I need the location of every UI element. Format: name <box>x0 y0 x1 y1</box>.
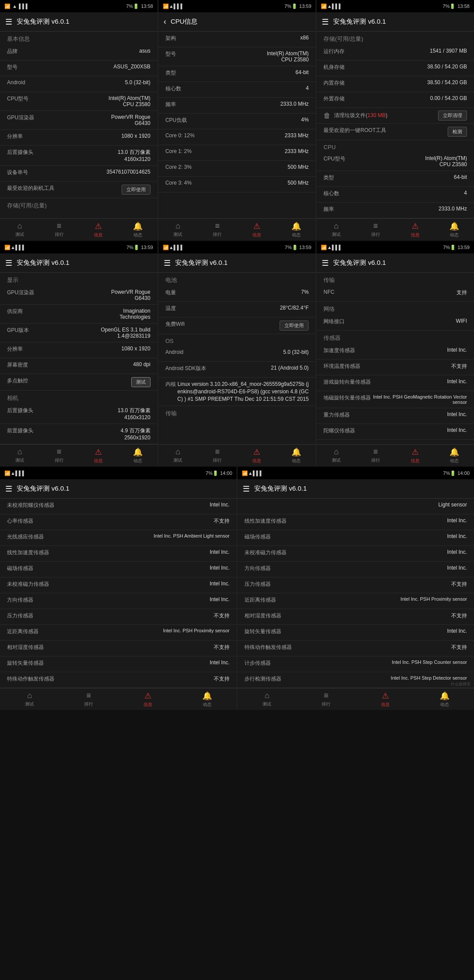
battery-3: 7%🔋 <box>443 4 456 9</box>
nav-rank-6[interactable]: ≡ 排行 <box>356 447 395 463</box>
nav-test-5[interactable]: ⌂ 测试 <box>158 447 198 463</box>
menu-icon-6[interactable]: ☰ <box>322 258 329 268</box>
signal-bars: ▌▌▌ <box>19 4 29 9</box>
menu-icon-3[interactable]: ☰ <box>322 17 329 27</box>
bottom-nav-2: ⌂ 测试 ≡ 排行 ⚠ 信息 🔔 动态 <box>158 218 316 240</box>
nav-dynamic-5[interactable]: 🔔 动态 <box>276 447 316 464</box>
row-gravity: 重力传感器 Intel Inc. <box>316 408 474 424</box>
bell-icon-6: 🔔 <box>449 447 459 457</box>
nav-info-5[interactable]: ⚠ 信息 <box>237 447 276 464</box>
nav-info-3[interactable]: ⚠ 信息 <box>395 221 435 238</box>
bell-icon-3: 🔔 <box>449 221 459 231</box>
row-env-temp: 环境温度传感器 不支持 <box>316 360 474 375</box>
bell-icon-1: 🔔 <box>133 221 143 231</box>
nav-test-3[interactable]: ⌂ 测试 <box>316 221 356 238</box>
app-title-6: 安兔兔评测 v6.0.1 <box>333 259 386 267</box>
row-network-interface: 网络接口 WIFI <box>316 315 474 331</box>
bottom-nav-5: ⌂ 测试 ≡ 排行 ⚠ 信息 🔔 动态 <box>158 444 316 466</box>
nav-rank-3[interactable]: ≡ 排行 <box>356 221 395 238</box>
nav-dynamic-1[interactable]: 🔔 动态 <box>118 221 158 238</box>
row-internal-storage: 机身存储 38.50 / 54.20 GB <box>316 61 474 76</box>
nav-rank-4[interactable]: ≡ 排行 <box>40 447 79 463</box>
nav-rank-5[interactable]: ≡ 排行 <box>198 447 237 463</box>
clean-button[interactable]: 立即清理 <box>438 110 467 121</box>
nav-test-6[interactable]: ⌂ 测试 <box>316 447 356 463</box>
nav-info-8[interactable]: ⚠ 信息 <box>356 691 415 708</box>
row-flash-tool: 最受欢迎的刷机工具 立即使用 <box>0 182 158 198</box>
row-android: Android 5.0 (32-bit) <box>0 76 158 92</box>
nav-info-7[interactable]: ⚠ 信息 <box>118 691 178 708</box>
row-dpi-4: 屏幕密度 480 dpi <box>0 358 158 374</box>
row-cores: 核心数 4 <box>158 82 316 98</box>
wifi-button[interactable]: 立即使用 <box>280 321 309 331</box>
row-pressure: 压力传感器 不支持 <box>0 609 237 625</box>
multitouch-test-button[interactable]: 测试 <box>131 377 151 387</box>
bell-icon-7: 🔔 <box>202 691 212 701</box>
menu-icon-5[interactable]: ☰ <box>164 258 171 268</box>
row-mag-field-8: 磁场传感器 Intel Inc. <box>237 530 474 546</box>
row-cpu-freq-3: 频率 2333.0 MHz <box>316 203 474 218</box>
row-linear-accel-8: 线性加速度传感器 Intel Inc. <box>237 514 474 530</box>
row-gpu-ver-4: GPU版本 OpenGL ES 3.1 build1.4@3283119 <box>0 324 158 342</box>
nav-dynamic-8[interactable]: 🔔 动态 <box>415 691 474 708</box>
nav-test-4[interactable]: ⌂ 测试 <box>0 447 40 463</box>
nav-dynamic-7[interactable]: 🔔 动态 <box>177 691 237 708</box>
nav-rank-7[interactable]: ≡ 排行 <box>59 691 118 707</box>
battery-2: 7%🔋 <box>284 4 298 9</box>
app-header-6: ☰ 安兔兔评测 v6.0.1 <box>316 253 474 273</box>
wifi-icon: ▲ <box>12 4 17 9</box>
row-proximity-8: 近距离传感器 Intel Inc. PSH Proximity sensor <box>237 593 474 609</box>
row-accel: 加速度传感器 Intel Inc. <box>316 344 474 360</box>
row-resolution: 分辨率 1080 x 1920 <box>0 130 158 146</box>
nav-rank-8[interactable]: ≡ 排行 <box>297 691 356 707</box>
nav-test-7[interactable]: ⌂ 测试 <box>0 691 59 707</box>
back-button[interactable]: ‹ <box>164 17 166 26</box>
signal-icon-3: 📶▲▌▌▌ <box>321 4 342 9</box>
flash-tool-button[interactable]: 立即使用 <box>122 185 151 195</box>
menu-icon-8[interactable]: ☰ <box>243 484 250 494</box>
nav-dynamic-3[interactable]: 🔔 动态 <box>434 221 474 238</box>
menu-icon-1[interactable]: ☰ <box>5 17 12 27</box>
row-pressure-8: 压力传感器 不支持 <box>237 577 474 593</box>
app-title-3: 安兔兔评测 v6.0.1 <box>333 18 386 26</box>
nav-test-2[interactable]: ⌂ 测试 <box>158 221 198 238</box>
nav-rank-1[interactable]: ≡ 排行 <box>40 221 79 238</box>
nav-info-2[interactable]: ⚠ 信息 <box>237 221 276 238</box>
row-special-trigger: 特殊动作触发传感器 不支持 <box>0 672 237 688</box>
nav-rank-2[interactable]: ≡ 排行 <box>198 221 237 238</box>
app-header-5: ☰ 安兔兔评测 v6.0.1 <box>158 253 316 273</box>
row-cpu-type: 类型 64-bit <box>158 66 316 82</box>
nav-info-4[interactable]: ⚠ 信息 <box>79 447 118 464</box>
nav-info-6[interactable]: ⚠ 信息 <box>395 447 435 464</box>
row-rotation-vec: 旋转矢量传感器 Intel Inc. <box>0 656 237 672</box>
nav-dynamic-4[interactable]: 🔔 动态 <box>118 447 158 464</box>
rank-icon-7: ≡ <box>86 691 91 700</box>
menu-icon-4[interactable]: ☰ <box>5 258 12 268</box>
nav-test-1[interactable]: ⌂ 测试 <box>0 221 40 238</box>
time-3: 13:58 <box>457 4 470 9</box>
trash-icon: 🗑 <box>323 112 330 120</box>
nav-test-8[interactable]: ⌂ 测试 <box>237 691 297 707</box>
home-icon-8: ⌂ <box>265 691 269 700</box>
bottom-nav-4: ⌂ 测试 ≡ 排行 ⚠ 信息 🔔 动态 <box>0 444 158 466</box>
panel-display: 📶▲▌▌▌ 7%🔋 13:59 ☰ 安兔兔评测 v6.0.1 显示 GPU渲染器… <box>0 241 158 466</box>
root-button[interactable]: 检测 <box>448 127 467 137</box>
nav-info-1[interactable]: ⚠ 信息 <box>79 221 118 238</box>
info-icon-6: ⚠ <box>412 447 419 457</box>
home-icon-4: ⌂ <box>17 447 22 456</box>
app-title-7: 安兔兔评测 v6.0.1 <box>17 485 69 493</box>
row-temperature: 温度 28°C/82.4°F <box>158 302 316 317</box>
nav-dynamic-2[interactable]: 🔔 动态 <box>276 221 316 238</box>
section-storage: 存储(可用/总量) <box>0 198 158 211</box>
section-transfer-6: 传输 <box>316 273 474 286</box>
row-cpu-type-3: 类型 64-bit <box>316 171 474 187</box>
row-game-rotate: 游戏旋转向量传感器 Intel Inc. <box>316 375 474 391</box>
row-resolution-4: 分辨率 1080 x 1920 <box>0 342 158 358</box>
row-wifi: 免费Wifi 立即使用 <box>158 317 316 334</box>
cpu-page-title: CPU信息 <box>171 18 198 26</box>
nav-dynamic-6[interactable]: 🔔 动态 <box>434 447 474 464</box>
menu-icon-7[interactable]: ☰ <box>5 484 12 494</box>
row-cpu: CPU型号 Intel(R) Atom(TM)CPU Z3580 <box>0 92 158 111</box>
info-icon-4: ⚠ <box>95 447 102 457</box>
rank-icon-4: ≡ <box>57 447 61 456</box>
